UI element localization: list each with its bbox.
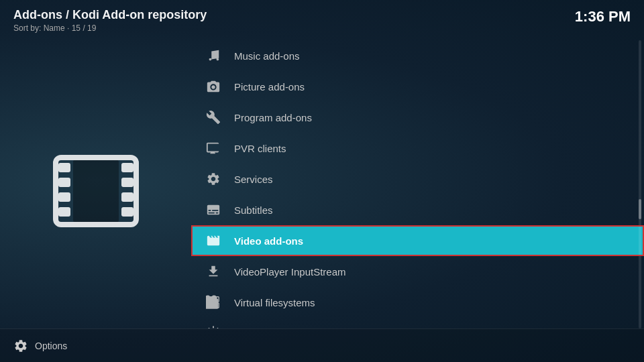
header-left: Add-ons / Kodi Add-on repository Sort by… — [13, 8, 207, 33]
menu-item-program-addons[interactable]: Program add-ons — [191, 102, 644, 133]
svg-rect-6 — [121, 178, 133, 187]
wrench-icon — [205, 109, 222, 126]
film-icon — [49, 151, 143, 231]
virtual-filesystems-label: Virtual filesystems — [234, 297, 315, 308]
footer: Options — [0, 328, 644, 362]
svg-rect-4 — [58, 207, 70, 217]
pvr-clients-label: PVR clients — [234, 143, 286, 154]
menu-item-videoplayer-inputstream[interactable]: VideoPlayer InputStream — [191, 256, 644, 287]
options-label: Options — [35, 341, 67, 351]
scrollbar[interactable] — [639, 40, 641, 328]
svg-rect-8 — [121, 207, 133, 217]
menu-item-services[interactable]: Services — [191, 164, 644, 194]
music-icon — [205, 47, 222, 64]
download-arrow-icon — [205, 263, 222, 280]
menu-item-pvr-clients[interactable]: PVR clients — [191, 133, 644, 164]
left-panel — [0, 54, 191, 328]
menu-item-virtual-filesystems[interactable]: Virtual filesystems — [191, 287, 644, 318]
menu-item-subtitles[interactable]: Subtitles — [191, 194, 644, 225]
options-button[interactable]: Options — [13, 339, 67, 353]
gear-icon — [205, 170, 222, 188]
breadcrumb: Add-ons / Kodi Add-on repository — [13, 8, 207, 22]
header: Add-ons / Kodi Add-on repository Sort by… — [0, 0, 644, 37]
program-addons-label: Program add-ons — [234, 112, 312, 123]
subtitles-label: Subtitles — [234, 204, 273, 216]
music-addons-label: Music add-ons — [234, 50, 300, 62]
menu-item-music-addons[interactable]: Music add-ons — [191, 40, 644, 71]
videoplayer-inputstream-label: VideoPlayer InputStream — [234, 266, 346, 278]
svg-rect-9 — [73, 160, 119, 222]
grid-box-icon — [205, 294, 222, 311]
sort-info: Sort by: Name · 15 / 19 — [13, 23, 207, 33]
monitor-icon — [205, 139, 222, 157]
svg-rect-5 — [121, 163, 133, 172]
menu-item-picture-addons[interactable]: Picture add-ons — [191, 71, 644, 102]
menu-list: Music add-ons Picture add-ons Program ad… — [191, 40, 644, 328]
menu-item-weather[interactable]: Weather — [191, 318, 644, 328]
picture-addons-label: Picture add-ons — [234, 81, 305, 93]
settings-wheel-icon — [13, 339, 28, 353]
svg-rect-3 — [58, 192, 70, 202]
svg-rect-7 — [121, 192, 133, 202]
menu-item-video-addons[interactable]: Video add-ons — [191, 225, 644, 256]
video-addons-label: Video add-ons — [234, 235, 303, 247]
camera-icon — [205, 78, 222, 95]
svg-rect-2 — [58, 178, 70, 187]
film-grid-icon — [205, 232, 222, 249]
scrollbar-thumb[interactable] — [639, 199, 641, 219]
subtitles-icon — [205, 201, 222, 219]
svg-rect-1 — [58, 163, 70, 172]
clock: 1:36 PM — [575, 8, 631, 25]
services-label: Services — [234, 174, 273, 185]
